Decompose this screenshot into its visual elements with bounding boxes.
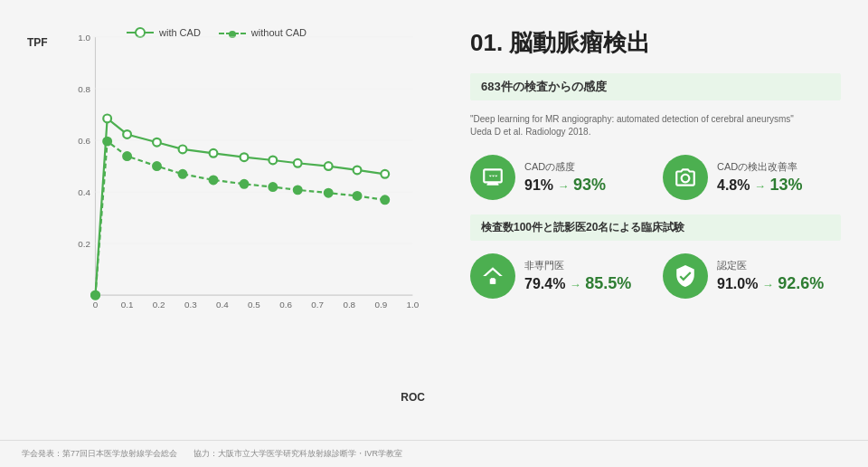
without-cad-point xyxy=(123,152,131,160)
svg-text:0.8: 0.8 xyxy=(78,84,90,94)
svg-text:0.7: 0.7 xyxy=(311,300,324,310)
stat3-arrow: → xyxy=(570,278,581,291)
stat-card-certified: 認定医 91.0% → 92.6% xyxy=(663,253,841,299)
svg-rect-23 xyxy=(491,278,495,284)
chart-area: 1.0 0.8 0.6 0.4 0.2 0 0.1 0.2 0.3 0.4 0.… xyxy=(63,27,425,335)
certified-icon xyxy=(663,253,708,299)
without-cad-point xyxy=(153,162,161,170)
stats-row-1: CADの感度 91% → 93% CADの検出改善率 xyxy=(470,155,841,200)
with-cad-point xyxy=(269,157,277,165)
stats-row-2: 非専門医 79.4% → 85.5% 認定医 9 xyxy=(470,253,841,299)
citation-text: "Deep learning for MR angiography: autom… xyxy=(470,110,841,142)
with-cad-point xyxy=(103,115,111,123)
without-cad-point xyxy=(354,192,362,200)
stat1-highlight: 93% xyxy=(573,176,606,194)
without-cad-point xyxy=(210,176,218,185)
cad-sensitivity-text: CADの感度 91% → 93% xyxy=(524,160,606,195)
svg-text:0.9: 0.9 xyxy=(374,300,387,310)
stat2-before: 4.8% xyxy=(717,177,750,193)
cad-improvement-icon xyxy=(663,155,708,200)
with-cad-point xyxy=(354,167,362,175)
with-cad-point xyxy=(210,149,218,157)
stat-card-cad-improvement: CADの検出改善率 4.8% → 13% xyxy=(663,155,841,200)
stat3-value: 79.4% → 85.5% xyxy=(524,274,631,293)
stat3-label: 非専門医 xyxy=(524,259,631,272)
without-cad-point xyxy=(294,186,302,194)
stat2-highlight: 13% xyxy=(769,176,802,194)
stat4-label: 認定医 xyxy=(717,259,824,272)
svg-text:1.0: 1.0 xyxy=(78,33,90,43)
without-cad-line xyxy=(95,141,384,295)
cad-improvement-text: CADの検出改善率 4.8% → 13% xyxy=(717,160,802,195)
stat4-highlight: 92.6% xyxy=(778,274,824,292)
monitor-icon xyxy=(481,166,505,189)
stat-card-nonspecialist: 非専門医 79.4% → 85.5% xyxy=(470,253,648,299)
nonspecialist-icon xyxy=(470,253,515,299)
section1-label: 683件の検査からの感度 xyxy=(470,73,841,100)
x-axis-label: ROC xyxy=(401,391,425,404)
without-cad-point xyxy=(179,170,187,178)
svg-text:0: 0 xyxy=(93,300,99,310)
certified-text: 認定医 91.0% → 92.6% xyxy=(717,259,824,293)
info-section: 01. 脳動脈瘤検出 683件の検査からの感度 "Deep learning f… xyxy=(452,18,850,431)
svg-text:0.8: 0.8 xyxy=(343,300,355,310)
stat4-value: 91.0% → 92.6% xyxy=(717,274,824,293)
with-cad-point xyxy=(294,159,302,167)
without-cad-point xyxy=(241,180,249,188)
chart-section: with CAD without CAD TPF ROC 1.0 0.8 0.6… xyxy=(18,18,434,431)
chart-svg: 1.0 0.8 0.6 0.4 0.2 0 0.1 0.2 0.3 0.4 0.… xyxy=(63,27,425,335)
stat1-value: 91% → 93% xyxy=(524,176,606,195)
svg-text:0.2: 0.2 xyxy=(78,239,90,249)
stat1-label: CADの感度 xyxy=(524,160,606,174)
svg-text:0.5: 0.5 xyxy=(248,300,260,310)
stat1-arrow: → xyxy=(557,179,569,193)
main-title: 01. 脳動脈瘤検出 xyxy=(470,27,841,59)
stat3-before: 79.4% xyxy=(524,276,565,291)
svg-text:0.6: 0.6 xyxy=(78,136,90,146)
with-cad-point xyxy=(153,138,161,147)
with-cad-point xyxy=(241,153,249,161)
without-cad-point xyxy=(103,138,111,146)
footer-text: 学会発表：第77回日本医学放射線学会総会 協力：大阪市立大学医学研究科放射線診断… xyxy=(22,449,402,458)
with-cad-point xyxy=(325,162,333,170)
svg-text:1.0: 1.0 xyxy=(407,300,420,310)
with-cad-point xyxy=(179,146,187,154)
without-cad-point xyxy=(269,183,277,191)
cad-sensitivity-icon xyxy=(470,155,515,200)
camera-icon xyxy=(674,166,697,189)
certificate-icon xyxy=(674,264,697,288)
nonspecialist-text: 非専門医 79.4% → 85.5% xyxy=(524,259,631,293)
stat-card-cad-sensitivity: CADの感度 91% → 93% xyxy=(470,155,648,200)
stat3-highlight: 85.5% xyxy=(585,274,631,292)
svg-text:0.6: 0.6 xyxy=(279,300,292,310)
stat1-before: 91% xyxy=(524,177,553,193)
stat2-label: CADの検出改善率 xyxy=(717,160,802,174)
without-cad-point xyxy=(91,291,99,300)
section2-label: 検査数100件と読影医20名による臨床試験 xyxy=(470,214,841,241)
without-cad-point xyxy=(381,195,389,204)
stat4-before: 91.0% xyxy=(717,276,758,291)
stat2-arrow: → xyxy=(754,179,766,193)
svg-text:0.2: 0.2 xyxy=(153,300,165,310)
y-axis-label: TPF xyxy=(27,36,48,49)
with-cad-point xyxy=(381,170,389,178)
without-cad-point xyxy=(325,189,333,197)
stat2-value: 4.8% → 13% xyxy=(717,176,802,195)
with-cad-line xyxy=(95,119,384,295)
svg-text:0.4: 0.4 xyxy=(216,300,229,310)
svg-text:0.1: 0.1 xyxy=(121,300,134,310)
svg-text:0.3: 0.3 xyxy=(184,300,197,310)
svg-text:0.4: 0.4 xyxy=(78,187,90,197)
footer: 学会発表：第77回日本医学放射線学会総会 協力：大阪市立大学医学研究科放射線診断… xyxy=(0,440,868,467)
with-cad-point xyxy=(123,130,131,138)
building-icon xyxy=(481,264,505,288)
stat4-arrow: → xyxy=(762,278,774,291)
